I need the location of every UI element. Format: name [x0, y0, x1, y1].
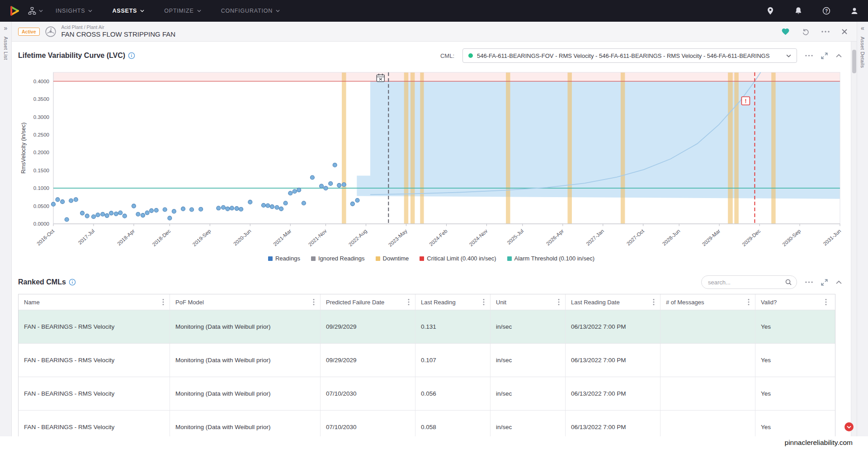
downtime-band	[410, 72, 415, 224]
cell-pof: Monitoring (Data with Weibull prior)	[170, 310, 321, 343]
lvc-collapse-icon[interactable]	[836, 54, 842, 58]
info-icon[interactable]	[128, 52, 135, 59]
info-icon[interactable]	[69, 279, 76, 286]
column-menu-icon[interactable]	[748, 298, 750, 306]
column-header[interactable]: Unit	[491, 294, 566, 310]
nav-item-optimize[interactable]: OPTIMIZE	[164, 8, 201, 14]
asset-detail-content: Lifetime Variability Curve (LVC) CML: 54…	[12, 42, 851, 449]
favorite-heart-icon[interactable]	[781, 28, 790, 36]
y-tick-label: 0.2500	[33, 132, 49, 137]
table-row[interactable]: FAN - BEARINGS - RMS VelocityMonitoring …	[19, 377, 835, 410]
legend-label: Critical Limit (0.400 in/sec)	[427, 255, 496, 262]
breadcrumb[interactable]: Acid Plant / Plant Air	[61, 24, 176, 30]
location-pin-icon[interactable]	[766, 6, 775, 15]
scrollbar-thumb[interactable]	[852, 50, 856, 73]
y-tick-label: 0.3500	[33, 96, 49, 102]
cell-last_date: 06/13/2022 7:00 PM	[566, 344, 660, 377]
column-menu-icon[interactable]	[313, 298, 315, 306]
nav-item-configuration[interactable]: CONFIGURATION	[221, 8, 280, 14]
legend-item: Downtime	[376, 255, 409, 262]
expand-asset-list-icon[interactable]: »	[4, 25, 8, 31]
x-tick-label: 2030-Sep	[781, 228, 802, 247]
x-tick-label: 2021-Mar	[272, 228, 292, 247]
nav-item-assets[interactable]: ASSETS	[112, 8, 144, 14]
legend-item: Critical Limit (0.400 in/sec)	[420, 255, 496, 262]
asset-hierarchy-menu[interactable]	[28, 7, 43, 15]
column-menu-icon[interactable]	[653, 298, 655, 306]
lvc-title: Lifetime Variability Curve (LVC)	[18, 52, 135, 60]
cell-valid: Yes	[755, 344, 832, 377]
help-icon[interactable]: ?	[822, 6, 831, 15]
column-menu-icon[interactable]	[558, 298, 560, 306]
x-tick-label: 2020-Jun	[232, 228, 252, 247]
collapse-asset-details-icon[interactable]: «	[861, 25, 864, 31]
column-header[interactable]: Valid?	[755, 294, 832, 310]
column-header-label: # of Messages	[666, 299, 704, 306]
table-row[interactable]: FAN - BEARINGS - RMS VelocityMonitoring …	[19, 310, 835, 343]
cell-messages	[660, 310, 755, 343]
cell-predicted: 07/10/2030	[321, 377, 415, 410]
nav-item-insights[interactable]: INSIGHTS	[56, 8, 92, 14]
ranked-more-options-icon[interactable]	[805, 281, 813, 283]
watermark-text: pinnaclereliability.com	[785, 439, 853, 447]
asset-list-tab-label[interactable]: Asset List	[3, 37, 9, 60]
column-header-label: Last Reading Date	[571, 299, 620, 306]
user-profile-icon[interactable]	[850, 6, 859, 15]
svg-text:?: ?	[825, 9, 828, 14]
column-header[interactable]: Predicted Failure Date	[321, 294, 415, 310]
asset-actions	[781, 28, 850, 36]
vertical-scrollbar[interactable]	[851, 42, 857, 449]
cell-messages	[660, 377, 755, 410]
cell-unit: in/sec	[491, 377, 566, 410]
column-header[interactable]: Last Reading Date	[566, 294, 660, 310]
table-row[interactable]: FAN - BEARINGS - RMS VelocityMonitoring …	[19, 343, 835, 377]
column-menu-icon[interactable]	[162, 298, 164, 306]
chevron-down-icon	[786, 54, 791, 57]
x-tick-label: 2026-Apr	[545, 228, 565, 246]
column-menu-icon[interactable]	[483, 298, 485, 306]
x-tick-label: 2024-Feb	[428, 228, 448, 247]
close-icon[interactable]	[841, 28, 848, 35]
cml-status-dot	[468, 53, 473, 58]
downtime-band	[506, 72, 510, 224]
pinnacle-logo[interactable]	[9, 5, 20, 17]
cell-last_date: 06/13/2022 7:00 PM	[566, 310, 660, 343]
primary-nav: INSIGHTS ASSETS OPTIMIZE CONFIGURATION	[56, 8, 280, 14]
column-header-label: Name	[24, 299, 40, 306]
search-icon[interactable]	[785, 279, 792, 288]
y-tick-label: 0.0000	[33, 221, 49, 227]
cml-dropdown[interactable]: 546-FA-611-BEARINGS-FOV - RMS Velocity -…	[462, 48, 797, 63]
failure-alert-icon[interactable]: !	[741, 97, 750, 105]
critical-band	[53, 72, 840, 81]
scheduled-date-icon	[377, 74, 384, 82]
cell-name: FAN - BEARINGS - RMS Velocity	[19, 377, 170, 410]
column-header[interactable]: # of Messages	[660, 294, 755, 310]
more-options-icon[interactable]	[821, 31, 830, 33]
legend-swatch	[268, 256, 273, 261]
lvc-expand-icon[interactable]	[821, 52, 828, 59]
scroll-down-indicator[interactable]	[844, 422, 854, 431]
ranked-collapse-icon[interactable]	[836, 280, 842, 284]
table-header-row: NamePoF ModelPredicted Failure DateLast …	[19, 294, 835, 310]
lvc-more-options-icon[interactable]	[805, 55, 813, 57]
cell-last_reading: 0.131	[415, 310, 491, 343]
cell-unit: in/sec	[491, 344, 566, 377]
asset-details-tab-label[interactable]: Asset Details	[860, 37, 865, 68]
downtime-band	[567, 72, 571, 224]
column-menu-icon[interactable]	[408, 298, 410, 306]
chevron-down-icon	[140, 9, 144, 12]
column-header[interactable]: PoF Model	[170, 294, 321, 310]
ranked-expand-icon[interactable]	[821, 279, 828, 286]
column-header[interactable]: Name	[19, 294, 170, 310]
search-input[interactable]	[701, 275, 797, 289]
column-header-label: Last Reading	[421, 299, 456, 306]
column-header[interactable]: Last Reading	[415, 294, 491, 310]
y-tick-label: 0.1500	[33, 168, 49, 173]
undo-icon[interactable]	[802, 28, 810, 36]
cell-predicted: 09/29/2029	[321, 310, 415, 343]
cell-last_date: 06/13/2022 7:00 PM	[566, 377, 660, 410]
downtime-band	[420, 72, 424, 224]
legend-swatch	[311, 256, 316, 261]
notifications-bell-icon[interactable]	[794, 6, 803, 15]
column-menu-icon[interactable]	[825, 298, 827, 306]
